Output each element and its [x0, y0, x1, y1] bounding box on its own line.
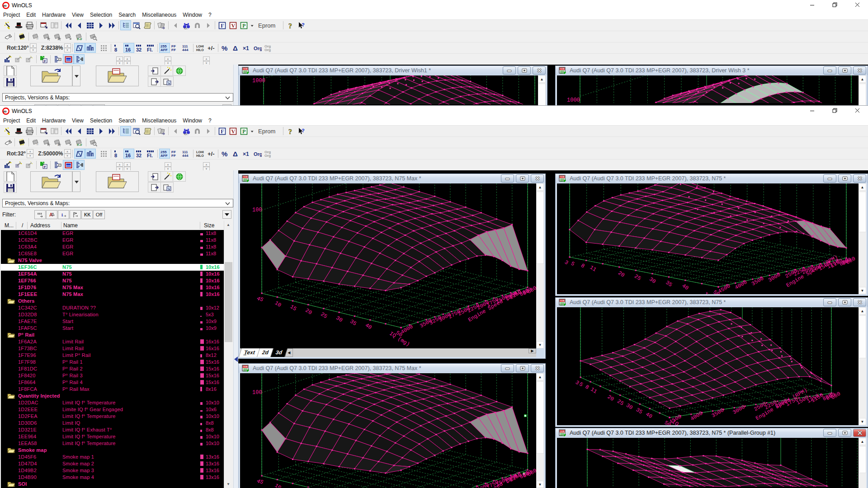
svg-text:=: = [36, 36, 38, 41]
svg-text:%: % [222, 150, 227, 158]
svg-text:16: 16 [125, 47, 131, 52]
svg-text:444: 444 [182, 48, 189, 52]
svg-text:∞: ∞ [3, 108, 7, 114]
svg-text:KK: KK [84, 212, 91, 217]
svg-text:F: F [221, 23, 224, 29]
svg-text:Org: Org [264, 48, 271, 52]
svg-text:LOHI: LOHI [196, 150, 204, 154]
svg-text:Fl.: Fl. [147, 47, 153, 52]
svg-text:16: 16 [125, 153, 131, 158]
svg-text:IOI: IOI [560, 176, 564, 178]
svg-text:FF: FF [171, 154, 176, 158]
svg-text:P: P [242, 128, 245, 135]
svg-text:AFF: AFF [160, 154, 168, 158]
svg-text:?: ? [288, 22, 292, 30]
svg-text:×1: ×1 [243, 45, 249, 52]
svg-text:HILO: HILO [196, 48, 204, 52]
svg-text:=: = [36, 142, 38, 146]
svg-text:#-#: #-# [77, 37, 82, 41]
svg-text:1000: 1000 [252, 78, 265, 84]
svg-text:IOI: IOI [560, 430, 564, 432]
svg-text:x: x [57, 143, 59, 147]
svg-text:8: 8 [114, 47, 117, 52]
svg-text:IOI: IOI [243, 176, 247, 178]
svg-text:IOI: IOI [560, 300, 564, 302]
svg-text:Δ: Δ [233, 150, 238, 158]
svg-text:Δ: Δ [233, 44, 238, 52]
svg-text:%: % [222, 44, 227, 52]
svg-text:FF: FF [171, 48, 176, 52]
svg-text:×1: ×1 [243, 151, 249, 157]
svg-text:100: 100 [252, 207, 262, 213]
svg-text:A: A [49, 212, 53, 217]
svg-text:IOI: IOI [243, 366, 247, 368]
svg-text:F: F [221, 128, 224, 135]
svg-text:1000: 1000 [567, 97, 580, 103]
svg-text:444: 444 [182, 154, 189, 158]
svg-text:?: ? [302, 128, 305, 133]
svg-text:HILO: HILO [196, 154, 204, 157]
svg-text:IOI: IOI [243, 68, 247, 70]
svg-text:Org: Org [254, 151, 262, 157]
svg-text:V: V [231, 23, 235, 29]
svg-text:LOHI: LOHI [196, 45, 204, 48]
svg-text:?: ? [288, 128, 292, 136]
svg-text:∞: ∞ [3, 3, 7, 8]
svg-text:F: F [44, 165, 46, 169]
svg-text:i: i [61, 212, 63, 217]
svg-text:+/-: +/- [208, 150, 215, 157]
svg-text:8: 8 [114, 153, 117, 158]
svg-text:IOI..: IOI.. [184, 27, 188, 30]
svg-text:IOI..: IOI.. [184, 133, 188, 136]
svg-text:F: F [44, 59, 46, 63]
svg-text:AFF: AFF [160, 48, 168, 52]
svg-text:100: 100 [252, 389, 262, 396]
svg-text:32: 32 [136, 153, 142, 158]
svg-text:#-#: #-# [77, 143, 82, 147]
svg-text:32: 32 [136, 47, 142, 52]
svg-text:Org: Org [254, 46, 262, 51]
svg-text:?: ? [302, 22, 305, 28]
svg-text:Fl.: Fl. [147, 153, 153, 158]
svg-text:P: P [242, 23, 245, 29]
svg-text:+/-: +/- [208, 45, 215, 52]
svg-text:x: x [57, 37, 59, 41]
svg-text:V: V [231, 128, 235, 135]
svg-text:Org: Org [264, 154, 271, 158]
svg-text:IOI: IOI [560, 68, 564, 70]
